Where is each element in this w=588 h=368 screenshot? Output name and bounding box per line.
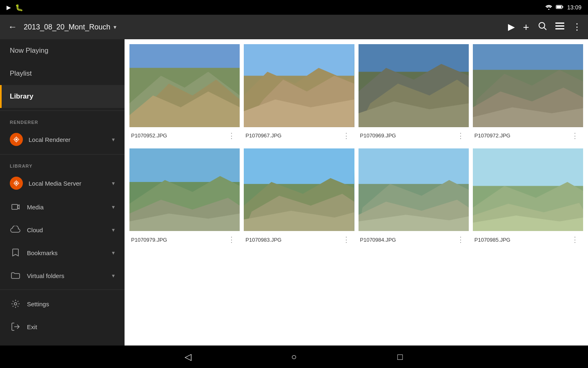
sidebar-item-exit[interactable]: Exit	[0, 315, 125, 338]
photo-name: P1070952.JPG	[131, 132, 225, 139]
svg-point-4	[539, 22, 545, 28]
photo-menu-button[interactable]: ⋮	[569, 234, 581, 245]
sidebar-item-cloud[interactable]: Cloud ▾	[0, 218, 125, 241]
exit-icon	[10, 321, 21, 332]
photo-name: P1070969.JPG	[360, 132, 454, 139]
local-media-server-label: Local Media Server	[29, 180, 106, 187]
photo-menu-button[interactable]: ⋮	[454, 130, 467, 141]
settings-icon	[10, 298, 21, 310]
photo-item[interactable]: P1070983.JPG ⋮	[244, 148, 354, 249]
battery-icon	[556, 4, 564, 11]
cloud-label: Cloud	[27, 227, 106, 233]
svg-point-0	[548, 9, 549, 10]
main-layout: Now Playing Playlist Library RENDERER Lo…	[0, 39, 588, 346]
sidebar: Now Playing Playlist Library RENDERER Lo…	[0, 39, 125, 346]
cloud-arrow: ▾	[112, 227, 115, 233]
more-options-button[interactable]: ⋮	[572, 22, 581, 32]
svg-point-12	[16, 182, 18, 184]
media-label: Media	[27, 204, 106, 211]
sidebar-item-media[interactable]: Media ▾	[0, 195, 125, 218]
bug-status-icon: 🐛	[15, 4, 23, 11]
status-bar: ▶ 🐛 13:09	[0, 0, 588, 15]
photo-name: P1070984.JPG	[360, 237, 454, 243]
bookmarks-icon	[10, 247, 21, 258]
photo-item[interactable]: P1070967.JPG ⋮	[244, 44, 354, 144]
sidebar-item-library[interactable]: Library	[0, 85, 125, 108]
sidebar-item-now-playing[interactable]: Now Playing	[0, 39, 125, 62]
renderer-section-label: RENDERER	[0, 113, 125, 127]
photo-name: P1070985.JPG	[474, 237, 569, 243]
photo-thumbnail	[244, 44, 354, 127]
photo-name: P1070972.JPG	[474, 132, 569, 139]
svg-rect-13	[12, 204, 18, 209]
search-button[interactable]	[537, 21, 547, 33]
virtual-folders-icon	[10, 270, 21, 281]
bookmarks-arrow: ▾	[112, 249, 115, 256]
time-display: 13:09	[567, 4, 581, 11]
photo-grid: P1070952.JPG ⋮ P1070967.JPG	[129, 44, 583, 248]
photo-thumbnail	[473, 148, 583, 231]
svg-point-14	[14, 303, 17, 305]
photo-footer: P1070952.JPG ⋮	[129, 127, 240, 144]
title-dropdown-arrow[interactable]: ▾	[114, 24, 116, 30]
cloud-icon	[10, 224, 21, 236]
back-button[interactable]: ←	[7, 20, 19, 34]
nav-home-button[interactable]: ○	[286, 349, 302, 365]
play-button[interactable]: ▶	[508, 22, 515, 32]
svg-rect-6	[555, 22, 564, 24]
local-media-server-arrow: ▾	[112, 180, 115, 186]
exit-label: Exit	[27, 323, 115, 330]
svg-rect-8	[555, 28, 564, 29]
photo-thumbnail	[129, 44, 240, 127]
photo-item[interactable]: P1070985.JPG ⋮	[473, 148, 583, 249]
photo-name: P1070979.JPG	[131, 237, 225, 243]
nav-recent-button[interactable]: □	[392, 349, 408, 365]
toolbar: ← 2013_08_20_Mont_Rouch ▾ ▶ + ⋮	[0, 15, 588, 39]
photo-footer: P1070972.JPG ⋮	[473, 127, 583, 144]
svg-line-5	[544, 28, 547, 30]
photo-item[interactable]: P1070984.JPG ⋮	[359, 148, 469, 249]
bottom-nav: ◁ ○ □	[0, 346, 588, 368]
photo-name: P1070967.JPG	[245, 132, 340, 139]
sidebar-item-playlist[interactable]: Playlist	[0, 62, 125, 85]
content-area: P1070952.JPG ⋮ P1070967.JPG	[125, 39, 588, 346]
svg-point-10	[16, 139, 18, 141]
bookmarks-label: Bookmarks	[27, 249, 106, 256]
list-view-button[interactable]	[555, 22, 564, 32]
sidebar-item-local-renderer[interactable]: Local Renderer ▾	[0, 127, 125, 152]
photo-thumbnail	[473, 44, 583, 127]
photo-thumbnail	[359, 148, 469, 231]
photo-menu-button[interactable]: ⋮	[569, 130, 581, 141]
toolbar-actions: ▶ + ⋮	[508, 21, 581, 34]
local-media-server-icon	[10, 177, 23, 190]
photo-menu-button[interactable]: ⋮	[225, 234, 238, 245]
virtual-folders-arrow: ▾	[112, 272, 115, 279]
photo-item[interactable]: P1070952.JPG ⋮	[129, 44, 240, 144]
photo-thumbnail	[244, 148, 354, 231]
library-section-label: LIBRARY	[0, 157, 125, 171]
sidebar-item-local-media-server[interactable]: Local Media Server ▾	[0, 171, 125, 195]
svg-rect-7	[555, 25, 564, 27]
sidebar-item-settings[interactable]: Settings	[0, 292, 125, 315]
photo-item[interactable]: P1070969.JPG ⋮	[359, 44, 469, 144]
photo-item[interactable]: P1070979.JPG ⋮	[129, 148, 240, 249]
photo-footer: P1070967.JPG ⋮	[244, 127, 354, 144]
photo-footer: P1070979.JPG ⋮	[129, 231, 240, 248]
photo-footer: P1070985.JPG ⋮	[473, 231, 583, 248]
add-button[interactable]: +	[523, 21, 529, 34]
sidebar-item-virtual-folders[interactable]: Virtual folders ▾	[0, 264, 125, 287]
local-renderer-icon	[10, 133, 23, 146]
photo-menu-button[interactable]: ⋮	[340, 130, 353, 141]
photo-menu-button[interactable]: ⋮	[454, 234, 467, 245]
photo-item[interactable]: P1070972.JPG ⋮	[473, 44, 583, 144]
settings-label: Settings	[27, 301, 115, 307]
photo-menu-button[interactable]: ⋮	[225, 130, 238, 141]
nav-back-button[interactable]: ◁	[180, 349, 196, 365]
photo-menu-button[interactable]: ⋮	[340, 234, 353, 245]
photo-name: P1070983.JPG	[245, 237, 340, 243]
local-renderer-label: Local Renderer	[29, 136, 106, 143]
svg-rect-3	[562, 6, 564, 7]
sidebar-item-bookmarks[interactable]: Bookmarks ▾	[0, 241, 125, 264]
folder-title[interactable]: 2013_08_20_Mont_Rouch ▾	[24, 23, 503, 31]
virtual-folders-label: Virtual folders	[27, 272, 106, 279]
